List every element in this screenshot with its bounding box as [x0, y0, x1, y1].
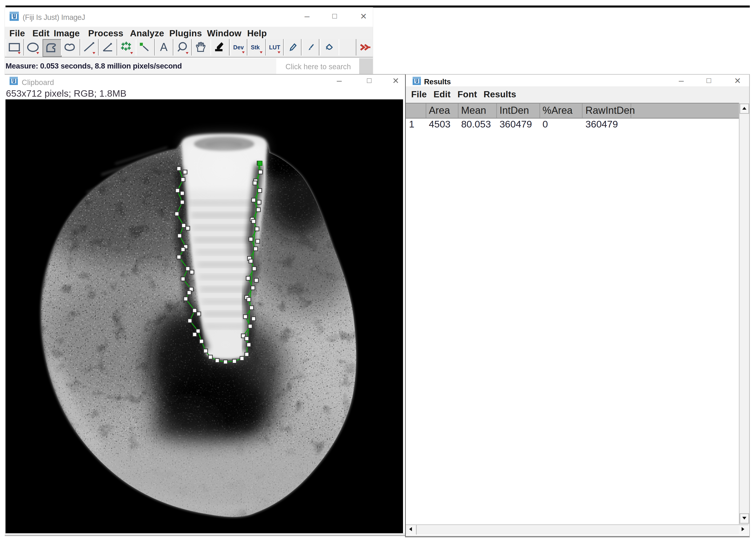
svg-text:A: A — [160, 41, 167, 53]
